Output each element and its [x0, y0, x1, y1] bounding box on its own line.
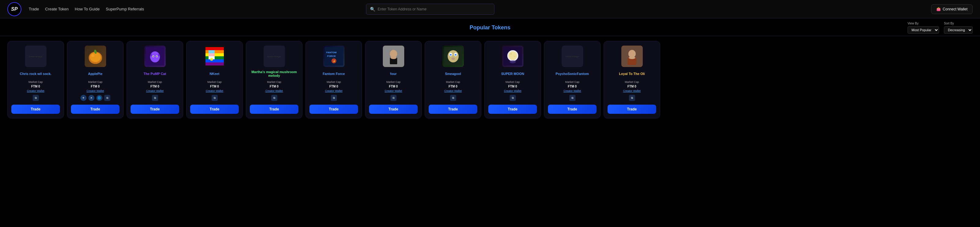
creator-wallet-link-10[interactable]: Creator Wallet: [548, 90, 597, 93]
svg-point-44: [514, 56, 515, 57]
nav-how-to-guide[interactable]: How To Guide: [75, 7, 100, 11]
trade-button-4[interactable]: Trade: [190, 105, 239, 114]
trade-button-11[interactable]: Trade: [608, 105, 656, 114]
market-cap-value-11: FTM 0: [608, 85, 656, 88]
nav-trade[interactable]: Trade: [29, 7, 39, 11]
view-by-select[interactable]: Most Popular: [908, 26, 939, 34]
token-svg-2: [86, 47, 105, 66]
svg-point-32: [390, 57, 396, 59]
svg-point-42: [509, 51, 517, 60]
copy-icon-1[interactable]: ⧉: [33, 95, 39, 101]
token-info-8: Market Cap FTM 0 Creator Wallet: [429, 80, 477, 93]
token-card-9: SUPER MOON Market Cap FTM 0 Creator Wall…: [484, 41, 541, 118]
token-info-6: Market Cap FTM 0 Creator Wallet: [309, 80, 358, 93]
market-cap-label-9: Market Cap: [488, 80, 537, 83]
trade-button-9[interactable]: Trade: [488, 105, 537, 114]
market-cap-label-11: Market Cap: [608, 80, 656, 83]
token-icons-1: ⧉: [33, 95, 39, 101]
copy-icon-6[interactable]: ⧉: [331, 95, 337, 101]
svg-point-23: [210, 58, 213, 61]
copy-icon-8[interactable]: ⧉: [450, 95, 456, 101]
svg-point-38: [455, 54, 457, 56]
trade-button-3[interactable]: Trade: [130, 105, 179, 114]
token-image-2: [85, 46, 106, 67]
token-svg-11: [623, 47, 641, 66]
trade-button-5[interactable]: Trade: [250, 105, 298, 114]
trade-button-10[interactable]: Trade: [548, 105, 597, 114]
creator-wallet-link-1[interactable]: Creator Wallet: [11, 90, 60, 93]
svg-point-11: [156, 56, 157, 57]
nav-superpump-referrals[interactable]: SuperPump Referrals: [106, 7, 144, 11]
copy-icon-7[interactable]: ⧉: [390, 95, 396, 101]
token-grid: token-image Chris rock wil sock. Market …: [7, 41, 973, 121]
svg-text:⚡: ⚡: [332, 60, 336, 63]
token-image-9: [502, 46, 523, 67]
token-icons-9: ⧉: [510, 95, 516, 101]
creator-wallet-link-7[interactable]: Creator Wallet: [369, 90, 418, 93]
copy-icon-4[interactable]: ⧉: [212, 95, 218, 101]
token-card-1: token-image Chris rock wil sock. Market …: [7, 41, 64, 118]
market-cap-value-1: FTM 0: [11, 85, 60, 88]
svg-text:FORCE: FORCE: [327, 55, 336, 58]
token-info-10: Market Cap FTM 0 Creator Wallet: [548, 80, 597, 93]
creator-wallet-link-5[interactable]: Creator Wallet: [250, 90, 298, 93]
market-cap-value-2: FTM 0: [71, 85, 119, 88]
search-input[interactable]: [378, 7, 490, 11]
telegram-icon-2[interactable]: ✈: [80, 95, 86, 101]
copy-icon-3[interactable]: ⧉: [152, 95, 158, 101]
token-image-placeholder-1: token-image: [29, 55, 42, 58]
creator-wallet-link-6[interactable]: Creator Wallet: [309, 90, 358, 93]
creator-wallet-link-8[interactable]: Creator Wallet: [429, 90, 477, 93]
trade-button-2[interactable]: Trade: [71, 105, 119, 114]
token-image-8: [442, 46, 464, 67]
sort-by-select[interactable]: Decreasing Increasing: [944, 26, 973, 34]
svg-point-39: [451, 58, 455, 60]
market-cap-value-6: FTM 0: [309, 85, 358, 88]
token-svg-8: [444, 47, 462, 66]
market-cap-value-5: FTM 0: [250, 85, 298, 88]
market-cap-value-4: FTM 0: [190, 85, 239, 88]
token-name-5: Martha's magical mushroom melody: [250, 69, 298, 78]
creator-wallet-link-4[interactable]: Creator Wallet: [190, 90, 239, 93]
token-image-11: [621, 46, 643, 67]
trade-button-1[interactable]: Trade: [11, 105, 60, 114]
token-card-3: The PuMP Cat Market Cap FTM 0 Creator Wa…: [127, 41, 183, 118]
view-by-group: View By Most Popular: [908, 22, 939, 34]
divider: [0, 36, 980, 36]
website-icon-2[interactable]: 🌐: [96, 95, 102, 101]
creator-wallet-link-2[interactable]: Creator Wallet: [71, 90, 119, 93]
connect-wallet-label: Connect Wallet: [943, 7, 967, 11]
market-cap-value-10: FTM 0: [548, 85, 597, 88]
trade-button-7[interactable]: Trade: [369, 105, 418, 114]
market-cap-value-9: FTM 0: [488, 85, 537, 88]
creator-wallet-link-3[interactable]: Creator Wallet: [130, 90, 179, 93]
svg-point-49: [628, 57, 635, 59]
controls: View By Most Popular Sort By Decreasing …: [908, 22, 973, 34]
svg-point-5: [150, 51, 160, 62]
twitter-icon-2[interactable]: ✕: [88, 95, 94, 101]
token-image-5: token-image: [264, 46, 285, 67]
connect-wallet-button[interactable]: 👛 Connect Wallet: [931, 4, 973, 14]
market-cap-value-8: FTM 0: [429, 85, 477, 88]
logo: SP: [7, 2, 21, 16]
copy-icon-9[interactable]: ⧉: [510, 95, 516, 101]
token-info-2: Market Cap FTM 0 Creator Wallet: [71, 80, 119, 93]
token-name-10: PsychoSonicFantom: [555, 69, 589, 78]
copy-icon-10[interactable]: ⧉: [570, 95, 576, 101]
nav-create-token[interactable]: Create Token: [45, 7, 68, 11]
trade-button-6[interactable]: Trade: [309, 105, 358, 114]
svg-point-45: [510, 60, 516, 63]
creator-wallet-link-11[interactable]: Creator Wallet: [608, 90, 656, 93]
svg-rect-20: [208, 50, 215, 53]
copy-icon-11[interactable]: ⧉: [629, 95, 635, 101]
copy-icon-5[interactable]: ⧉: [271, 95, 277, 101]
token-name-8: Smeagool: [445, 69, 461, 78]
token-card-8: Smeagool Market Cap FTM 0 Creator Wallet…: [425, 41, 481, 118]
sort-by-group: Sort By Decreasing Increasing: [944, 22, 973, 34]
copy-icon-2[interactable]: ⧉: [104, 95, 110, 101]
section-header: Popular Tokens View By Most Popular Sort…: [7, 24, 973, 31]
token-image-7: [383, 46, 404, 67]
trade-button-8[interactable]: Trade: [429, 105, 477, 114]
creator-wallet-link-9[interactable]: Creator Wallet: [488, 90, 537, 93]
view-by-label: View By: [908, 22, 939, 25]
